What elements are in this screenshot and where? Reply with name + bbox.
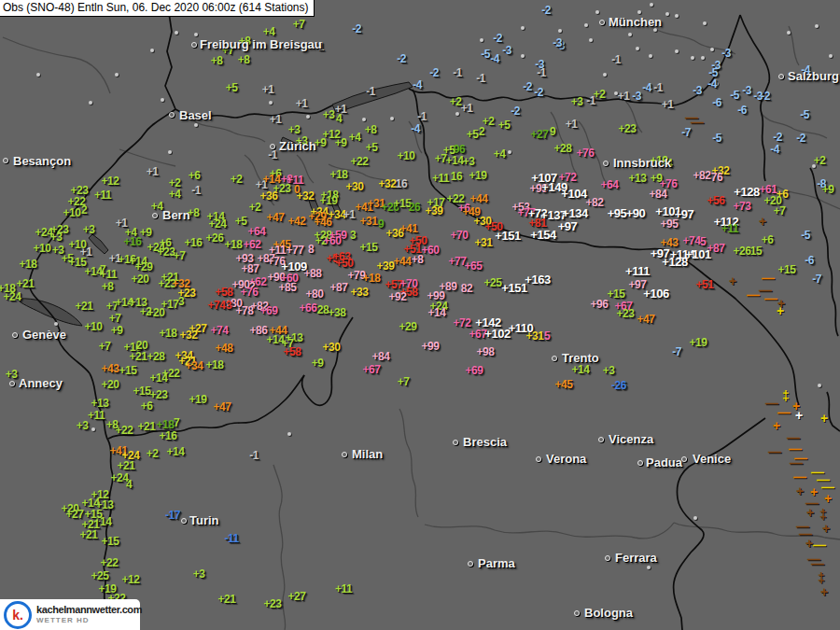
station-value: +82 [586, 196, 604, 209]
city-marker [152, 213, 158, 218]
station-value: +151 [495, 229, 520, 243]
station-dot [508, 150, 511, 154]
station-value: +30 [346, 180, 364, 193]
obs-symbol: — [762, 274, 775, 282]
station-value: +104 [561, 187, 586, 201]
city-marker [191, 42, 197, 48]
city-label: Brescia [463, 435, 507, 449]
station-value: +14 [167, 445, 185, 458]
city-label: Venice [693, 452, 731, 466]
station-value: +86 [250, 324, 268, 337]
station-value: +41 [400, 222, 418, 235]
station-value: +87 [242, 262, 259, 275]
station-value: +67 [363, 363, 381, 376]
station-value: +2 [249, 201, 261, 214]
station-value: 8 [308, 243, 314, 256]
station-dot [584, 23, 588, 27]
station-dot [91, 427, 95, 431]
city-marker [599, 20, 605, 25]
station-value: +48 [216, 342, 233, 355]
station-value: 16 [451, 170, 462, 183]
station-dot [710, 48, 714, 51]
station-value: -1 [537, 66, 546, 79]
station-value: +34 [186, 359, 203, 372]
station-dot [691, 56, 694, 60]
station-value: -4 [707, 77, 717, 91]
station-value: +69 [260, 304, 278, 317]
station-value: +1 [461, 102, 473, 115]
obs-symbol: — [747, 291, 760, 299]
station-value: +3 [603, 364, 615, 377]
station-value: +14 [428, 306, 446, 319]
city-marker [637, 460, 643, 466]
station-value: 3 [178, 295, 184, 308]
obs-symbol: + [820, 414, 828, 422]
station-value: -5 [712, 132, 721, 145]
station-value: +7 [774, 204, 786, 217]
station-dot [306, 115, 310, 119]
obs-symbol: — [787, 434, 800, 441]
station-value: -6 [712, 96, 721, 109]
station-value: 9 [378, 217, 384, 231]
station-value: +80 [306, 287, 324, 301]
station-dot [675, 49, 679, 53]
station-dot [287, 432, 291, 436]
station-value: +47 [267, 211, 285, 224]
logo-tagline: WETTER HD [36, 615, 142, 625]
station-value: 76 [711, 171, 722, 184]
station-value: +3 [77, 419, 89, 432]
city-marker [9, 381, 15, 386]
station-dot [54, 322, 58, 326]
station-value: +69 [466, 364, 483, 377]
station-dot [647, 566, 651, 569]
station-value: +24 [4, 290, 21, 303]
station-value: +27 [288, 590, 306, 603]
station-dot [150, 49, 154, 52]
station-value: +5 [235, 215, 247, 228]
station-value: +45 [555, 378, 573, 391]
map-borders [0, 0, 840, 630]
station-value: +4 [151, 200, 163, 213]
station-value: -7 [681, 126, 691, 139]
station-value: +29 [135, 260, 153, 273]
station-value: +65 [465, 259, 483, 273]
station-value: +64 [248, 225, 266, 238]
station-dot [168, 150, 172, 154]
obs-symbol: + [729, 277, 736, 285]
station-value: +16 [124, 235, 142, 248]
station-value: +38 [329, 306, 346, 319]
station-dot [194, 123, 198, 127]
station-dot [649, 54, 652, 58]
station-value: +1 [618, 90, 630, 103]
city-marker [342, 452, 347, 457]
station-value: +18 [330, 168, 348, 181]
station-value: +3 [463, 155, 475, 168]
city-marker [574, 610, 580, 616]
obs-symbol: + [796, 487, 804, 495]
station-value: -4 [413, 78, 422, 91]
station-value: +66 [300, 301, 317, 315]
station-value: +20 [132, 273, 149, 286]
station-value: +4 [494, 147, 506, 161]
station-dot [480, 38, 483, 42]
obs-symbol: — [821, 483, 834, 491]
station-dot [362, 118, 366, 121]
station-value: +21 [138, 420, 156, 433]
station-value: 5 [700, 235, 706, 248]
obs-symbol: + [824, 495, 832, 502]
station-value: +3 [6, 368, 18, 381]
station-dot [675, 14, 679, 18]
station-value: +10 [398, 149, 415, 162]
station-value: -2 [493, 32, 502, 45]
station-value: -26 [611, 379, 626, 392]
station-value: +2 [231, 173, 243, 186]
station-value: +20 [102, 378, 119, 391]
station-value: -3 [742, 84, 751, 97]
city-marker [598, 437, 604, 442]
station-dot [637, 10, 641, 14]
station-value: -5 [730, 89, 739, 102]
station-value: +26 [206, 231, 224, 245]
station-value: -6 [737, 104, 747, 117]
station-value: +9 [111, 324, 123, 337]
kachelmannwetter-logo[interactable]: k. kachelmannwetter.com WETTER HD [0, 599, 140, 630]
